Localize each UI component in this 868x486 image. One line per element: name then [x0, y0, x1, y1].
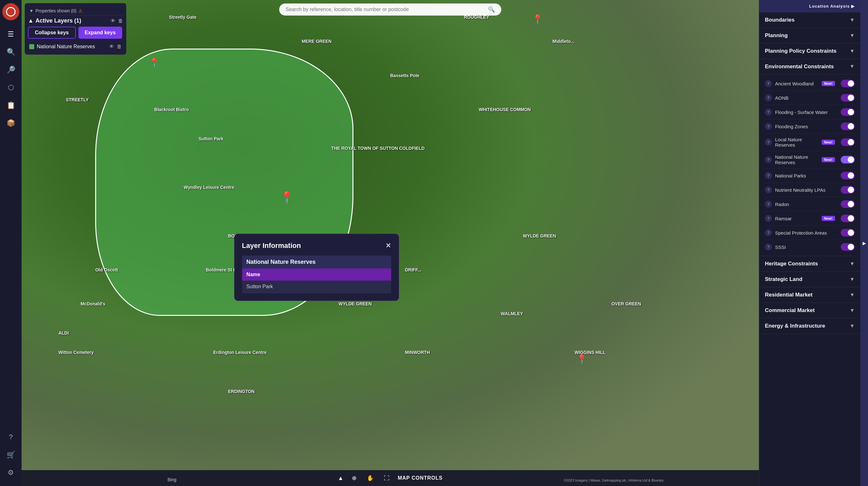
sidebar-icon-layers[interactable]: ⬡ — [3, 80, 19, 95]
bing-logo: Bing — [167, 477, 176, 482]
toggle-knob-ancient-woodland — [848, 80, 854, 87]
question-ramsar[interactable]: ? — [765, 215, 772, 222]
map-ctrl-expand-btn[interactable]: ⛶ — [382, 473, 392, 483]
sidebar-icon-search[interactable]: 🔍 — [3, 45, 19, 60]
toggle-radon[interactable] — [841, 200, 855, 208]
map-label-blackroot: Blackroot Bistro — [154, 107, 189, 112]
layer-info-modal: Layer Information ✕ National Nature Rese… — [234, 234, 399, 301]
toggle-national-parks[interactable] — [841, 172, 855, 179]
layer-row-ramsar: ? Ramsar New! — [759, 212, 860, 225]
logo-button[interactable] — [2, 3, 19, 20]
map-container[interactable]: MERE GREEN ROUGHLEY Streetly Gate Basset… — [22, 0, 759, 486]
map-label-streetly: STREETLY — [66, 97, 89, 102]
toggle-knob-local-nature — [848, 139, 854, 145]
question-flooding-sw[interactable]: ? — [765, 109, 772, 116]
map-label-driffold: DRIFF... — [405, 267, 421, 273]
toggle-local-nature[interactable] — [841, 138, 855, 146]
toggle-nutrient[interactable] — [841, 186, 855, 194]
section-header-commercial-market[interactable]: Commercial Market ▼ — [759, 303, 860, 318]
question-radon[interactable]: ? — [765, 201, 772, 208]
section-chevron-energy: ▼ — [849, 323, 855, 329]
toggle-national-nature[interactable] — [841, 156, 855, 164]
layer-row-spa: ? Special Protection Areas — [759, 226, 860, 239]
sidebar-icon-cart[interactable]: 🛒 — [3, 447, 19, 462]
layer-delete-btn[interactable]: 🗑 — [117, 44, 122, 50]
section-header-boundaries[interactable]: Boundaries ▼ — [759, 12, 860, 28]
layer-eye-btn[interactable]: 👁 — [109, 44, 114, 50]
map-ctrl-location-btn[interactable]: ⊕ — [350, 473, 359, 483]
layer-name-flooding-sw: Flooding - Surface Water — [775, 110, 838, 115]
properties-shown-label: Properties shown (0) — [35, 8, 76, 13]
toggle-ramsar[interactable] — [841, 215, 855, 222]
map-marker-brackenridge: 📍 — [149, 57, 160, 68]
toggle-knob-flooding-sw — [848, 109, 854, 115]
section-chevron-residential-market: ▼ — [849, 292, 855, 298]
question-nutrient[interactable]: ? — [765, 186, 772, 193]
question-ancient-woodland[interactable]: ? — [765, 80, 772, 87]
toggle-knob-sssi — [848, 244, 854, 250]
section-header-env-constraints[interactable]: Environmental Constraints ▲ — [759, 59, 860, 75]
location-analysis-label[interactable]: Location Analysis ▶ — [759, 0, 860, 12]
active-layers-panel: ▼ Properties shown (0) ⚠ ▲ Active Layers… — [25, 3, 126, 55]
toggle-aonb[interactable] — [841, 94, 855, 102]
section-header-planning-policy[interactable]: Planning Policy Constraints ▼ — [759, 44, 860, 59]
toggle-ancient-woodland[interactable] — [841, 80, 855, 87]
sidebar-icon-menu[interactable]: ☰ — [3, 27, 19, 42]
search-icon[interactable]: 🔍 — [488, 6, 495, 13]
section-label-env-constraints: Environmental Constraints — [765, 63, 834, 70]
section-header-residential-market[interactable]: Residential Market ▼ — [759, 287, 860, 303]
active-layers-label: Active Layers (1) — [35, 18, 81, 24]
section-chevron-heritage: ▼ — [849, 261, 855, 267]
sidebar-icon-search2[interactable]: 🔎 — [3, 62, 19, 78]
question-local-nature[interactable]: ? — [765, 139, 772, 146]
section-header-heritage[interactable]: Heritage Constraints ▼ — [759, 256, 860, 272]
question-national-nature[interactable]: ? — [765, 156, 772, 163]
map-ctrl-cursor-btn[interactable]: ✋ — [365, 473, 376, 483]
section-chevron-commercial-market: ▼ — [849, 308, 855, 313]
question-sssi[interactable]: ? — [765, 244, 772, 251]
expand-keys-button[interactable]: Expand keys — [79, 27, 122, 39]
sidebar-icon-report[interactable]: 📋 — [3, 98, 19, 113]
sep-5 — [765, 151, 855, 151]
sidebar-icon-package[interactable]: 📦 — [3, 116, 19, 131]
section-header-planning[interactable]: Planning ▼ — [759, 28, 860, 44]
properties-shown-row: ▼ Properties shown (0) ⚠ — [28, 6, 123, 16]
layer-name-nutrient: Nutrient Neutrality LPAs — [775, 187, 838, 193]
layer-name-sssi: SSSI — [775, 245, 838, 250]
sidebar-icon-help[interactable]: ? — [3, 429, 19, 445]
sidebar-icon-settings[interactable]: ⚙ — [3, 465, 19, 480]
toggle-knob-ramsar — [848, 215, 854, 222]
map-label-wylde-green: WYLDE GREEN — [339, 301, 372, 306]
right-collapse-tab[interactable]: ▶ — [860, 0, 868, 486]
question-national-parks[interactable]: ? — [765, 172, 772, 179]
map-controls-label: MAP CONTROLS — [398, 475, 442, 481]
layer-name-aonb: AONB — [775, 95, 838, 101]
toggle-spa[interactable] — [841, 229, 855, 236]
map-label-wyndley: Wyndley Leisure Centre — [184, 185, 234, 190]
eye-icon-btn[interactable]: 👁 — [111, 18, 116, 24]
active-layers-chevron[interactable]: ▲ — [28, 18, 34, 24]
modal-close-button[interactable]: ✕ — [385, 242, 391, 249]
toggle-sssi[interactable] — [841, 243, 855, 251]
section-header-strategic-land[interactable]: Strategic Land ▼ — [759, 272, 860, 287]
properties-chevron[interactable]: ▼ — [29, 8, 34, 13]
layer-row-nutrient: ? Nutrient Neutrality LPAs — [759, 183, 860, 196]
section-chevron-planning-policy: ▼ — [849, 48, 855, 54]
logo-inner — [6, 7, 16, 17]
toggle-knob-aonb — [848, 94, 854, 101]
section-chevron-strategic-land: ▼ — [849, 277, 855, 282]
section-header-energy[interactable]: Energy & Infrastructure ▼ — [759, 318, 860, 334]
toggle-flooding-sw[interactable] — [841, 108, 855, 116]
map-attribution: ©2023 Imagery | Maxar, Getmapping plc, I… — [564, 478, 664, 482]
question-flooding-zones[interactable]: ? — [765, 123, 772, 130]
question-aonb[interactable]: ? — [765, 94, 772, 101]
delete-icon-btn[interactable]: 🗑 — [118, 18, 123, 24]
layer-row-national-nature: ? National Nature Reserves New! — [759, 152, 860, 168]
question-spa[interactable]: ? — [765, 229, 772, 236]
search-input[interactable] — [285, 7, 488, 12]
toggle-flooding-zones[interactable] — [841, 122, 855, 130]
search-input-wrap: 🔍 — [279, 3, 501, 16]
collapse-keys-button[interactable]: Collapse keys — [28, 27, 76, 39]
section-label-energy: Energy & Infrastructure — [765, 323, 825, 329]
map-label-whitehouse-common: WHITEHOUSE COMMON — [479, 107, 531, 112]
